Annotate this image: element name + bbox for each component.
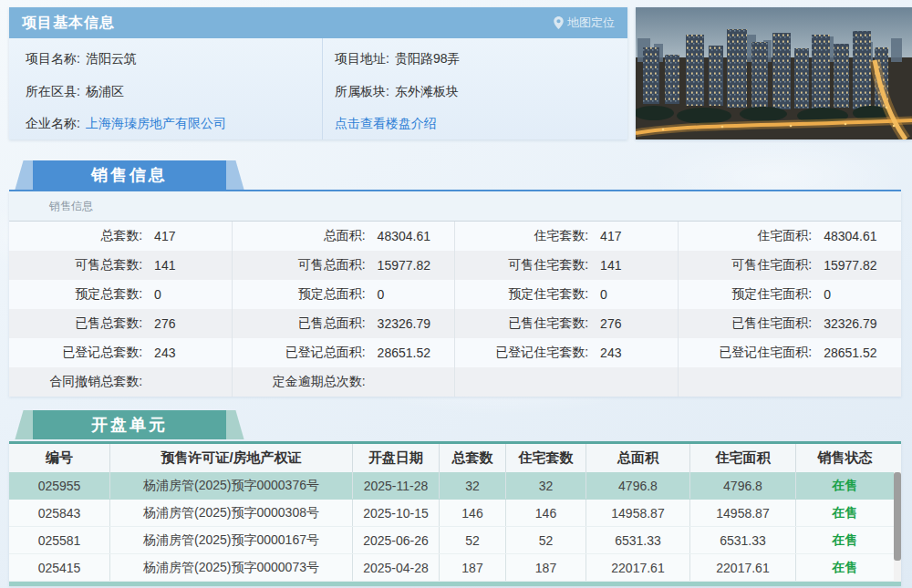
sales-cell: 住宅套数:417 (455, 222, 679, 251)
units-header-cell: 编号 (9, 444, 110, 472)
sales-cell-label: 已登记总套数: (9, 345, 142, 361)
info-field: 企业名称:上海海瑧房地产有限公司 (26, 114, 302, 132)
sales-cell-value: 141 (154, 258, 175, 273)
tab-sales-info-label: 销售信息 (33, 160, 226, 190)
sales-table-row: 已登记总套数:243已登记总面积:28651.52已登记住宅套数:243已登记住… (9, 338, 901, 367)
units-table-header: 编号预售许可证/房地产权证开盘日期总套数住宅套数总面积住宅面积销售状态 (9, 444, 901, 472)
sales-cell-value: 28651.52 (824, 346, 876, 360)
units-cell: 2025-06-26 (353, 527, 440, 553)
sales-cell: 可售总面积:15977.82 (233, 251, 456, 280)
units-cell: 32 (440, 472, 506, 499)
units-cell: 025415 (9, 554, 110, 581)
units-table-row[interactable]: 025581杨浦房管(2025)预字0000167号2025-06-265252… (9, 527, 901, 554)
tab-sales-info[interactable]: 销售信息 (33, 160, 226, 190)
sales-cell (679, 367, 902, 397)
sales-cell-value: 243 (600, 346, 621, 360)
sales-cell-value: 141 (600, 258, 621, 273)
units-cell: 4796.8 (690, 472, 796, 499)
sales-cell-label: 预定总套数: (9, 286, 142, 303)
sales-cell-value: 32326.79 (378, 316, 430, 331)
sales-cell-label: 预定总面积: (233, 286, 366, 303)
project-info-title: 项目基本信息 (22, 14, 115, 33)
units-cell: 52 (440, 527, 506, 553)
sales-cell: 住宅面积:48304.61 (679, 222, 902, 251)
units-cell: 146 (440, 500, 506, 526)
project-info-header: 项目基本信息 地图定位 (9, 7, 627, 38)
sales-cell: 合同撤销总套数: (9, 367, 233, 397)
sales-table-row: 总套数:417总面积:48304.61住宅套数:417住宅面积:48304.61 (9, 222, 901, 251)
sales-cell-label: 总套数: (9, 228, 142, 244)
sales-cell: 可售住宅面积:15977.82 (679, 251, 902, 280)
tab-opening-units[interactable]: 开盘单元 (33, 410, 226, 439)
sales-cell-value: 417 (154, 229, 175, 243)
info-column-right: 项目地址:贵阳路98弄所属板块:东外滩板块点击查看楼盘介绍 (318, 38, 627, 139)
scrollbar-thumb[interactable] (894, 472, 901, 561)
units-header-cell: 开盘日期 (353, 444, 440, 472)
sales-cell-value: 276 (600, 316, 621, 331)
sales-cell-value: 28651.52 (378, 346, 430, 360)
sales-cell: 已售住宅套数:276 (455, 309, 679, 338)
sales-cell-label: 预定住宅面积: (679, 286, 813, 303)
units-cell: 22017.61 (690, 554, 796, 581)
sales-cell-label: 定金逾期总次数: (233, 374, 366, 390)
sales-cell-label: 已登记总面积: (233, 345, 366, 361)
sales-cell-value: 32326.79 (824, 316, 876, 331)
units-cell: 4796.8 (586, 472, 690, 499)
status-badge: 在售 (796, 527, 894, 553)
info-field: 项目名称:浩阳云筑 (26, 49, 302, 67)
sales-cell: 定金逾期总次数: (233, 367, 456, 397)
info-field-value: 贵阳路98弄 (395, 51, 461, 66)
sales-cell-value: 15977.82 (824, 258, 876, 273)
info-field-label: 企业名称: (26, 116, 80, 130)
units-cell: 14958.87 (586, 500, 690, 526)
map-locate-label: 地图定位 (567, 15, 615, 31)
sales-cell-label: 可售住宅套数: (455, 257, 588, 273)
info-field-link[interactable]: 上海海瑧房地产有限公司 (86, 116, 226, 130)
sales-cell: 预定总面积:0 (233, 280, 456, 309)
sales-cell-value: 417 (600, 229, 621, 243)
sales-cell-value: 0 (154, 287, 161, 302)
units-table-row[interactable]: 025843杨浦房管(2025)预字0000308号2025-10-151461… (9, 500, 901, 527)
map-locate-button[interactable]: 地图定位 (554, 15, 615, 31)
sales-cell: 已登记总面积:28651.52 (233, 338, 456, 367)
sales-cell: 总套数:417 (9, 222, 233, 251)
sales-cell-label: 已售总套数: (9, 315, 142, 332)
info-field-label: 项目地址: (335, 51, 389, 66)
sales-table-row: 预定总套数:0预定总面积:0预定住宅套数:0预定住宅面积:0 (9, 280, 901, 309)
sales-table-rows: 总套数:417总面积:48304.61住宅套数:417住宅面积:48304.61… (9, 222, 901, 397)
units-cell: 146 (506, 500, 586, 526)
sales-cell-value: 48304.61 (378, 229, 430, 243)
sales-cell-value: 0 (378, 287, 385, 302)
sales-cell-label: 可售总套数: (9, 257, 142, 273)
units-cell: 2025-10-15 (353, 500, 440, 526)
info-field-value: 东外滩板块 (395, 84, 459, 98)
sales-cell: 预定住宅面积:0 (679, 280, 902, 309)
sales-cell: 总面积:48304.61 (233, 222, 456, 251)
sales-cell-value: 48304.61 (824, 229, 876, 243)
units-table-row[interactable]: 025955杨浦房管(2025)预字0000376号2025-11-283232… (9, 472, 901, 500)
sales-cell-value: 15977.82 (378, 258, 430, 273)
units-header-cell: 预售许可证/房地产权证 (110, 444, 353, 472)
units-table-body: 025955杨浦房管(2025)预字0000376号2025-11-283232… (9, 472, 901, 582)
units-cell: 187 (440, 554, 506, 581)
units-scrollbar[interactable] (894, 472, 901, 582)
units-header-cell: 住宅面积 (690, 444, 796, 472)
units-cell: 杨浦房管(2025)预字0000308号 (110, 500, 353, 526)
tab-opening-units-label: 开盘单元 (33, 410, 226, 439)
units-cell: 2025-11-28 (353, 472, 440, 499)
sales-cell: 可售总套数:141 (9, 251, 233, 280)
sales-cell-value: 0 (600, 287, 607, 302)
units-cell: 6531.33 (690, 527, 796, 553)
sales-cell: 已登记总套数:243 (9, 338, 233, 367)
units-table-row[interactable]: 025415杨浦房管(2025)预字0000073号2025-04-281871… (9, 554, 901, 582)
sales-table-row: 已售总套数:276已售总面积:32326.79已售住宅套数:276已售住宅面积:… (9, 309, 901, 338)
units-cell: 14958.87 (690, 500, 796, 526)
sales-cell-label: 合同撤销总套数: (9, 374, 142, 390)
sales-cell-label: 已售住宅面积: (679, 315, 813, 332)
units-cell: 杨浦房管(2025)预字0000073号 (110, 554, 353, 581)
info-field-link[interactable]: 点击查看楼盘介绍 (335, 116, 437, 130)
sales-cell: 已售住宅面积:32326.79 (679, 309, 902, 338)
info-field-label: 所属板块: (335, 84, 389, 98)
sales-cell-label: 住宅面积: (679, 228, 813, 244)
sales-cell-label: 住宅套数: (455, 228, 588, 244)
